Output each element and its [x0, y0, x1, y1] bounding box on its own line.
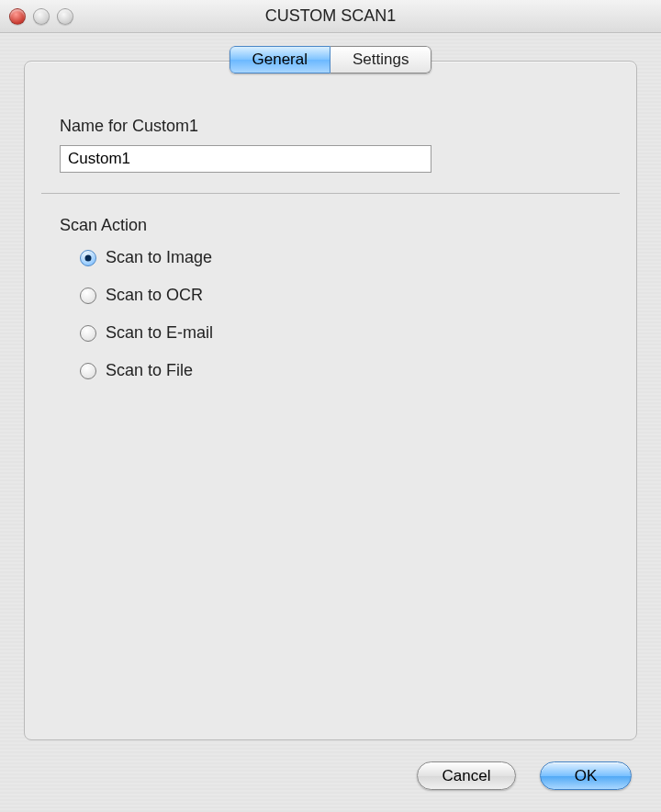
radio-scan-to-image[interactable]: Scan to Image — [80, 248, 601, 267]
window-controls — [9, 8, 73, 25]
ok-button-label: OK — [575, 767, 598, 784]
custom-name-input[interactable] — [60, 145, 431, 173]
main-panel: Name for Custom1 Scan Action Scan to Ima… — [24, 61, 637, 740]
radio-scan-to-file[interactable]: Scan to File — [80, 361, 601, 380]
scan-action-label: Scan Action — [60, 216, 601, 235]
tab-settings[interactable]: Settings — [330, 46, 431, 73]
radio-label: Scan to OCR — [106, 286, 203, 305]
radio-scan-to-ocr[interactable]: Scan to OCR — [80, 286, 601, 305]
radio-label: Scan to File — [106, 361, 193, 380]
tab-bar: General Settings — [0, 46, 661, 73]
divider — [41, 193, 620, 194]
titlebar: CUSTOM SCAN1 — [0, 0, 661, 33]
radio-icon — [80, 325, 96, 342]
tab-general[interactable]: General — [230, 46, 330, 73]
minimize-icon[interactable] — [33, 8, 50, 25]
name-label: Name for Custom1 — [60, 117, 601, 136]
cancel-button[interactable]: Cancel — [417, 761, 516, 790]
radio-icon — [80, 288, 96, 304]
cancel-button-label: Cancel — [443, 767, 491, 784]
ok-button[interactable]: OK — [540, 761, 632, 790]
tab-settings-label: Settings — [353, 51, 409, 68]
radio-icon — [80, 363, 96, 379]
radio-label: Scan to Image — [106, 248, 212, 267]
window-title: CUSTOM SCAN1 — [0, 6, 661, 26]
close-icon[interactable] — [9, 8, 26, 25]
radio-label: Scan to E-mail — [106, 323, 213, 343]
radio-icon — [80, 250, 96, 266]
zoom-icon[interactable] — [57, 8, 73, 25]
scan-action-group: Scan to Image Scan to OCR Scan to E-mail… — [80, 248, 601, 380]
dialog-buttons: Cancel OK — [417, 761, 632, 790]
radio-scan-to-email[interactable]: Scan to E-mail — [80, 323, 601, 343]
tab-general-label: General — [252, 51, 308, 68]
